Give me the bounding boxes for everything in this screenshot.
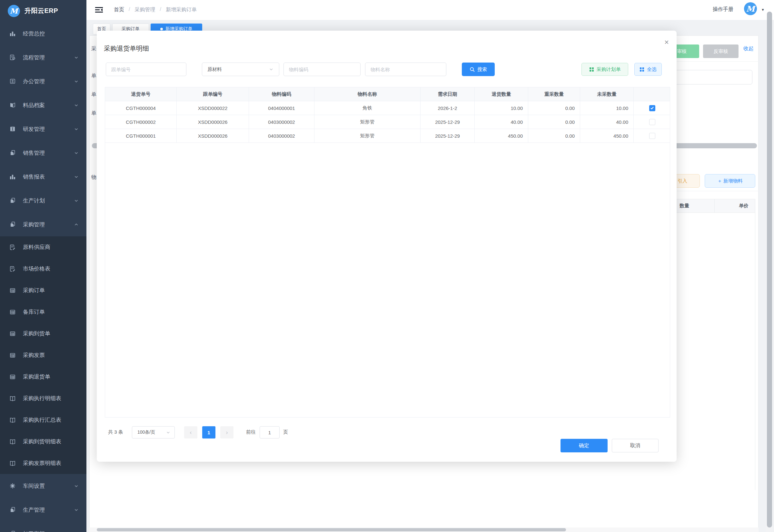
cell-rebuy_qty: 0.00 bbox=[528, 129, 580, 143]
sidebar-item-label: 生产管理 bbox=[23, 506, 74, 514]
sidebar-item-label: 流程管理 bbox=[23, 54, 74, 61]
breadcrumb-item[interactable]: 采购管理 bbox=[134, 6, 155, 13]
sidebar-item-采购执行明细表[interactable]: 采购执行明细表 bbox=[0, 388, 86, 409]
chevron-down-icon bbox=[74, 151, 79, 155]
row-checkbox[interactable] bbox=[649, 133, 655, 139]
page-1-button[interactable]: 1 bbox=[202, 426, 215, 438]
sidebar-item-采购订单[interactable]: 采购订单 bbox=[0, 280, 86, 301]
unaudit-button[interactable]: 反审核 bbox=[703, 44, 739, 58]
sidebar-item-原料供应商[interactable]: 原料供应商 bbox=[0, 236, 86, 258]
select-all-button[interactable]: 全选 bbox=[634, 63, 662, 76]
confirm-button[interactable]: 确定 bbox=[561, 439, 608, 452]
collapse-sidebar-icon[interactable] bbox=[95, 7, 103, 14]
grid-icon bbox=[640, 67, 644, 72]
book-icon bbox=[9, 460, 16, 467]
sidebar-item-采购退货单[interactable]: 采购退货单 bbox=[0, 366, 86, 388]
goto-page-input[interactable] bbox=[260, 426, 280, 438]
material-name-input[interactable] bbox=[365, 63, 446, 76]
copy-icon bbox=[9, 221, 16, 228]
price-column-header: 单价 bbox=[715, 199, 755, 212]
sidebar-item-采购发票[interactable]: 采购发票 bbox=[0, 344, 86, 366]
select-all-label: 全选 bbox=[647, 66, 657, 73]
collapse-panel-link[interactable]: 收起 bbox=[743, 45, 754, 52]
workflow-icon bbox=[9, 54, 16, 61]
sidebar-item-备库订单[interactable]: 备库订单 bbox=[0, 301, 86, 323]
sidebar-item-市场价格表[interactable]: 市场价格表 bbox=[0, 258, 86, 280]
row-checkbox[interactable] bbox=[649, 119, 655, 125]
chevron-down-icon bbox=[74, 507, 79, 512]
cancel-button[interactable]: 取消 bbox=[612, 439, 659, 452]
page-size-select[interactable]: 100条/页 bbox=[132, 426, 175, 438]
sidebar-item-label: 采购到货单 bbox=[23, 330, 79, 337]
topbar: 首页/采购管理/新增采购订单 操作手册 M ▼ bbox=[86, 0, 774, 20]
sidebar-item-销售管理[interactable]: 销售管理 bbox=[0, 141, 86, 165]
sidebar-item-label: 销售报表 bbox=[23, 173, 74, 181]
category-select[interactable]: 原材料 bbox=[202, 63, 279, 76]
cell-checkbox bbox=[634, 101, 670, 115]
purchase-plan-button[interactable]: 采购计划单 bbox=[581, 63, 628, 76]
sidebar-item-流程管理[interactable]: 流程管理 bbox=[0, 45, 86, 69]
sidebar-item-料品档案[interactable]: 料品档案 bbox=[0, 93, 86, 117]
sidebar-item-采购发票明细表[interactable]: 采购发票明细表 bbox=[0, 452, 86, 474]
sidebar-item-label: 采购执行明细表 bbox=[23, 395, 79, 402]
sidebar-item-label: 办公管理 bbox=[23, 78, 74, 85]
sidebar-item-车间设置[interactable]: 车间设置 bbox=[0, 474, 86, 498]
column-header-物料编码: 物料编码 bbox=[249, 87, 314, 101]
sidebar-item-label: 备库订单 bbox=[23, 308, 79, 316]
prev-page-button[interactable]: ‹ bbox=[184, 426, 197, 438]
sidebar-item-采购到货明细表[interactable]: 采购到货明细表 bbox=[0, 431, 86, 452]
background-text-fragment: 单 bbox=[91, 73, 97, 79]
horizontal-scrollbar-thumb[interactable] bbox=[97, 528, 566, 531]
sidebar-item-生产管理[interactable]: 生产管理 bbox=[0, 498, 86, 522]
table-row: CGTH000001XSDD0000260403000002矩形管2025-12… bbox=[105, 129, 670, 143]
sidebar-item-采购执行汇总表[interactable]: 采购执行汇总表 bbox=[0, 409, 86, 431]
total-count-label: 共 3 条 bbox=[108, 429, 123, 435]
manual-link[interactable]: 操作手册 bbox=[713, 6, 733, 13]
chevron-up-icon bbox=[74, 222, 79, 227]
search-button-label: 搜索 bbox=[477, 66, 487, 73]
sidebar-item-办公管理[interactable]: 办公管理 bbox=[0, 69, 86, 93]
cell-return_no: CGTH000004 bbox=[105, 101, 177, 115]
row-checkbox[interactable] bbox=[649, 105, 655, 111]
add-material-button[interactable]: ＋ 新增物料 bbox=[705, 174, 755, 188]
purchase-return-detail-modal: × 采购退货单明细 原材料 搜索 采购计划单 全选 bbox=[97, 31, 677, 462]
cell-unbought_qty: 40.00 bbox=[580, 115, 634, 129]
purchase-plan-label: 采购计划单 bbox=[597, 66, 621, 73]
column-header-物料名称: 物料名称 bbox=[314, 87, 421, 101]
sidebar-item-销售报表[interactable]: 销售报表 bbox=[0, 165, 86, 189]
filter-row: 原材料 搜索 采购计划单 全选 bbox=[97, 63, 677, 76]
close-icon[interactable]: × bbox=[664, 38, 669, 46]
app-title: 升阳云ERP bbox=[25, 6, 58, 15]
next-page-button[interactable]: › bbox=[220, 426, 233, 438]
search-button[interactable]: 搜索 bbox=[462, 63, 495, 76]
grid-icon bbox=[589, 67, 594, 72]
cell-unbought_qty: 450.00 bbox=[580, 129, 634, 143]
sidebar-item-生产计划[interactable]: 生产计划 bbox=[0, 189, 86, 212]
sidebar-item-经营总控[interactable]: 经营总控 bbox=[0, 22, 86, 45]
caret-down-icon[interactable]: ▼ bbox=[761, 8, 765, 12]
breadcrumb-item[interactable]: 新增采购订单 bbox=[166, 6, 197, 13]
cell-material_code: 0403000002 bbox=[249, 129, 314, 143]
cell-rebuy_qty: 0.00 bbox=[528, 101, 580, 115]
cell-unbought_qty: 10.00 bbox=[580, 101, 634, 115]
breadcrumb-item[interactable]: 首页 bbox=[114, 6, 124, 13]
chevron-down-icon bbox=[74, 484, 79, 488]
cell-material_name: 矩形管 bbox=[314, 129, 421, 143]
copy-icon bbox=[9, 507, 16, 513]
sidebar-item-加工车间[interactable]: 加工车间 bbox=[0, 522, 86, 532]
sidebar-item-采购到货单[interactable]: 采购到货单 bbox=[0, 323, 86, 344]
sidebar-item-研发管理[interactable]: 研发管理 bbox=[0, 117, 86, 141]
table-icon bbox=[9, 374, 16, 380]
cell-return_qty: 450.00 bbox=[475, 129, 528, 143]
table-icon bbox=[9, 352, 16, 359]
vertical-scrollbar-thumb[interactable] bbox=[767, 12, 772, 527]
rd-icon bbox=[9, 126, 16, 132]
cell-order_no: XSDD000026 bbox=[177, 115, 249, 129]
avatar[interactable]: M bbox=[744, 2, 757, 15]
sidebar-item-采购管理[interactable]: 采购管理 bbox=[0, 212, 86, 236]
sidebar-item-label: 采购执行汇总表 bbox=[23, 416, 79, 424]
material-code-input[interactable] bbox=[283, 63, 361, 76]
copy-icon bbox=[9, 197, 16, 204]
chevron-down-icon bbox=[74, 55, 79, 60]
order-no-input[interactable] bbox=[106, 63, 186, 76]
